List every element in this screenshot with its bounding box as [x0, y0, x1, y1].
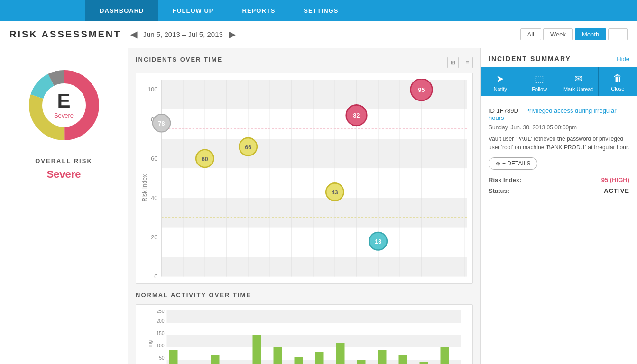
follow-icon: ⬚ — [535, 73, 544, 84]
svg-text:0: 0 — [154, 273, 157, 278]
svg-text:66: 66 — [245, 144, 251, 151]
header-bar: RISK ASSESSMENT ◀ Jun 5, 2013 – Jul 5, 2… — [0, 21, 637, 48]
right-panel: INCIDENT SUMMARY Hide ➤ Notify ⬚ Follow … — [480, 48, 637, 364]
normal-activity-title: NORMAL ACTIVITY OVER TIME — [136, 291, 473, 299]
scatter-svg: 0 20 40 60 80 100 Risk Index 6 8 10 12 1… — [142, 79, 467, 278]
svg-text:82: 82 — [353, 112, 360, 119]
bar-chart: 0 50 100 150 200 250 mg — [142, 310, 467, 364]
svg-rect-77 — [169, 350, 178, 364]
list-view-btn[interactable]: ≡ — [462, 57, 473, 68]
svg-rect-88 — [420, 362, 428, 364]
svg-rect-87 — [399, 355, 407, 364]
status-value: ACTIVE — [604, 187, 629, 194]
incident-date: Sunday, Jun. 30, 2013 05:00:00pm — [489, 124, 629, 131]
filter-more[interactable]: ... — [608, 28, 628, 40]
svg-rect-65 — [167, 310, 461, 323]
scatter-chart: 0 20 40 60 80 100 Risk Index 6 8 10 12 1… — [142, 79, 467, 278]
svg-rect-66 — [167, 323, 461, 335]
overall-risk-value: Severe — [46, 168, 81, 181]
svg-text:150: 150 — [157, 331, 165, 336]
main-layout: E Severe OVERALL RISK Severe INCIDENTS O… — [0, 48, 637, 364]
incident-description: Vault user 'PAUL' retrieved the password… — [489, 135, 629, 152]
svg-text:60: 60 — [151, 155, 157, 162]
normal-activity-chart-box: 0 50 100 150 200 250 mg — [136, 304, 473, 364]
page-title: RISK ASSESSMENT — [9, 29, 121, 40]
date-navigation: ◀ Jun 5, 2013 – Jul 5, 2013 ▶ — [130, 29, 235, 40]
risk-index-row: Risk Index: 95 (HIGH) — [489, 176, 629, 183]
incident-id: ID 1F789D – Privileged access during irr… — [489, 107, 629, 121]
svg-text:100: 100 — [148, 86, 157, 93]
date-range-display: Jun 5, 2013 – Jul 5, 2013 — [143, 30, 222, 38]
action-buttons: ➤ Notify ⬚ Follow ✉ Mark Unread 🗑 Close — [481, 67, 637, 101]
svg-rect-80 — [253, 335, 261, 364]
svg-rect-89 — [441, 347, 449, 364]
incidents-title: INCIDENTS OVER TIME — [136, 56, 222, 63]
svg-rect-85 — [357, 360, 366, 364]
chart-view-icons: ⊞ ≡ — [447, 57, 473, 68]
svg-text:20: 20 — [151, 234, 157, 241]
nav-settings[interactable]: SETTINGS — [289, 0, 352, 21]
svg-rect-83 — [315, 352, 324, 364]
overall-risk-label: OVERALL RISK — [35, 157, 92, 164]
center-panel: INCIDENTS OVER TIME ⊞ ≡ — [128, 48, 480, 364]
close-label: Close — [611, 86, 624, 91]
svg-rect-82 — [295, 357, 303, 364]
risk-index-label: Risk Index: — [489, 176, 521, 183]
svg-rect-86 — [378, 350, 387, 364]
hide-panel-link[interactable]: Hide — [617, 55, 629, 63]
notify-label: Notify — [494, 86, 507, 92]
incidents-chart-header: INCIDENTS OVER TIME ⊞ ≡ — [136, 56, 473, 69]
status-row: Status: ACTIVE — [489, 187, 629, 194]
follow-button[interactable]: ⬚ Follow — [520, 67, 560, 96]
prev-date-arrow[interactable]: ◀ — [130, 29, 137, 40]
details-button[interactable]: ⊕ + DETAILS — [489, 157, 537, 170]
bar-chart-svg: 0 50 100 150 200 250 mg — [142, 310, 467, 364]
incidents-chart-box: 0 20 40 60 80 100 Risk Index 6 8 10 12 1… — [136, 73, 473, 284]
svg-text:200: 200 — [157, 318, 165, 324]
svg-text:18: 18 — [375, 238, 381, 245]
donut-center: E Severe — [54, 91, 74, 119]
risk-index-value: 95 (HIGH) — [601, 176, 629, 183]
next-date-arrow[interactable]: ▶ — [229, 29, 235, 40]
nav-followup[interactable]: FOLLOW UP — [158, 0, 228, 21]
notify-button[interactable]: ➤ Notify — [481, 67, 520, 96]
mark-unread-label: Mark Unread — [563, 86, 594, 92]
filter-all[interactable]: All — [520, 28, 541, 40]
filter-week[interactable]: Week — [543, 28, 573, 40]
svg-text:78: 78 — [158, 120, 165, 127]
svg-text:60: 60 — [202, 156, 208, 163]
svg-text:95: 95 — [418, 87, 425, 93]
risk-grade: E — [54, 91, 74, 111]
svg-text:43: 43 — [332, 189, 338, 196]
svg-text:mg: mg — [148, 340, 153, 347]
scatter-view-btn[interactable]: ⊞ — [447, 57, 459, 68]
svg-text:250: 250 — [157, 310, 165, 314]
donut-chart: E Severe — [21, 63, 107, 148]
incident-id-text: ID 1F789D — [489, 107, 518, 114]
svg-rect-78 — [211, 355, 220, 364]
svg-text:40: 40 — [151, 195, 157, 201]
notify-icon: ➤ — [496, 73, 504, 84]
incident-summary-title: INCIDENT SUMMARY — [489, 55, 571, 63]
follow-label: Follow — [532, 86, 547, 92]
svg-rect-10 — [162, 228, 467, 257]
risk-grade-label: Severe — [54, 112, 74, 119]
top-nav: DASHBOARD FOLLOW UP REPORTS SETTINGS — [0, 0, 637, 21]
left-panel: E Severe OVERALL RISK Severe — [0, 48, 128, 364]
svg-text:Risk Index: Risk Index — [142, 174, 148, 202]
time-filters: All Week Month ... — [520, 28, 628, 40]
nav-dashboard[interactable]: DASHBOARD — [85, 0, 158, 21]
svg-rect-8 — [162, 168, 467, 198]
svg-text:100: 100 — [157, 343, 165, 348]
close-button[interactable]: 🗑 Close — [599, 67, 637, 96]
svg-rect-6 — [162, 109, 467, 139]
filter-month[interactable]: Month — [575, 28, 606, 40]
incident-summary-header: INCIDENT SUMMARY Hide — [481, 48, 637, 67]
svg-rect-84 — [336, 343, 345, 364]
details-label: + DETAILS — [502, 160, 530, 167]
mark-unread-button[interactable]: ✉ Mark Unread — [559, 67, 599, 96]
incident-body: ID 1F789D – Privileged access during irr… — [481, 101, 637, 204]
svg-rect-11 — [162, 257, 467, 277]
nav-reports[interactable]: REPORTS — [228, 0, 290, 21]
status-label: Status: — [489, 187, 509, 194]
